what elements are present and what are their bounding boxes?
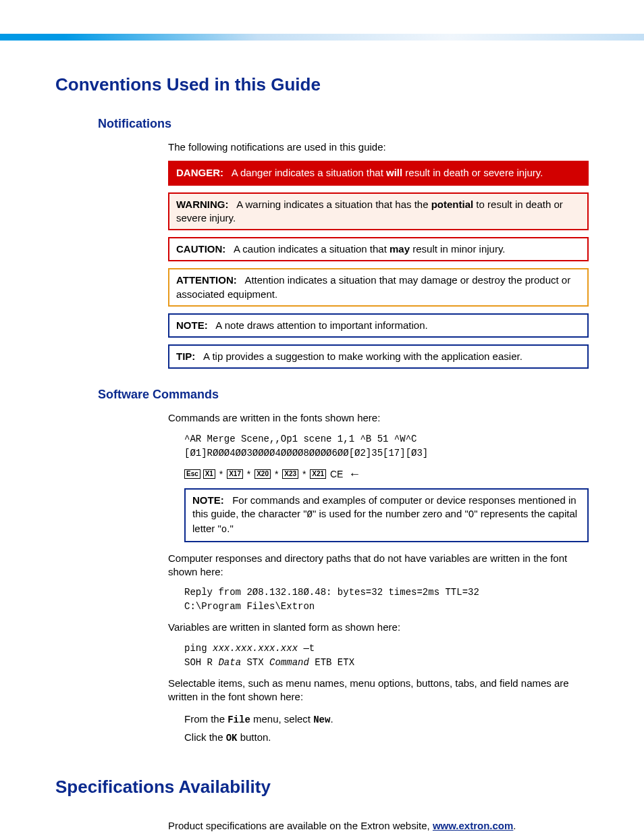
caution-text-post: result in minor injury.	[410, 243, 505, 255]
danger-text-post: result in death or severe injury.	[402, 167, 543, 178]
keycap-x20: X20	[254, 469, 271, 479]
lower-o-char: o	[221, 524, 227, 535]
warning-text-bold: potential	[431, 199, 474, 210]
selectable-intro: Selectable items, such as menu names, me…	[168, 677, 589, 704]
note-box: NOTE: A note draws attention to importan…	[168, 313, 589, 338]
selectable-block: From the File menu, select New. Click th…	[184, 710, 589, 747]
heading-software-commands: Software Commands	[98, 388, 589, 402]
variables-block: ping xxx.xxx.xxx.xxx —t SOH R Data STX C…	[184, 642, 589, 670]
caution-text-bold: may	[390, 243, 410, 255]
heading-notifications: Notifications	[98, 117, 589, 131]
variables-line-1: ping xxx.xxx.xxx.xxx —t	[184, 642, 589, 656]
command-example-block: ^AR Merge Scene,,Op1 scene 1,1 ^B 51 ^W^…	[184, 432, 589, 461]
var2-a: SOH R	[184, 657, 218, 668]
ce-text: CE	[329, 469, 343, 479]
s1a: From the	[184, 713, 227, 725]
s1c: menu, select	[250, 713, 313, 725]
var1-a: ping	[184, 643, 213, 654]
warning-text-pre: A warning indicates a situation that has…	[236, 199, 431, 210]
software-note-p2: " is used for the number zero and "	[313, 508, 468, 519]
s2c: button.	[238, 731, 271, 743]
var2-e: ETB ETX	[309, 657, 354, 668]
keycap-x23: X23	[282, 469, 298, 479]
selectable-line-1: From the File menu, select New.	[184, 710, 589, 729]
s2b: OK	[226, 733, 238, 744]
var2-b: Data	[218, 657, 241, 668]
s1b: File	[227, 714, 250, 725]
danger-box: DANGER: A danger indicates a situation t…	[168, 161, 589, 185]
star-sep: *	[301, 469, 307, 479]
warning-box: WARNING: A warning indicates a situation…	[168, 192, 589, 231]
keycap-x21: X21	[310, 469, 326, 479]
software-commands-block: Commands are written in the fonts shown …	[168, 411, 589, 746]
star-sep: *	[273, 469, 279, 479]
command-line-2: [Ø1]RØØØ4ØØ3ØØØØ4ØØØØ8ØØØØ6ØØ[Ø2]35[17][…	[184, 446, 589, 461]
s1d: New	[313, 714, 330, 725]
tip-label: TIP:	[176, 350, 195, 362]
danger-label: DANGER:	[176, 167, 223, 178]
response-line-2: C:\Program Files\Extron	[184, 600, 589, 614]
spec-text-a: Product specifications are available on …	[168, 820, 433, 831]
extron-link[interactable]: www.extron.com	[433, 820, 513, 831]
attention-box: ATTENTION: Attention indicates a situati…	[168, 268, 589, 307]
var1-b: xxx.xxx.xxx.xxx	[213, 643, 298, 654]
s1e: .	[330, 713, 333, 725]
star-sep: *	[246, 469, 252, 479]
attention-label: ATTENTION:	[176, 274, 237, 286]
response-line-1: Reply from 2Ø8.132.18Ø.48: bytes=32 time…	[184, 585, 589, 600]
variables-line-2: SOH R Data STX Command ETB ETX	[184, 656, 589, 670]
header-gradient-band	[0, 34, 644, 41]
keycap-esc: Esc	[184, 469, 200, 479]
heading-specifications: Specifications Availability	[55, 777, 589, 798]
software-note-label: NOTE:	[192, 494, 224, 506]
command-line-1: ^AR Merge Scene,,Op1 scene 1,1 ^B 51 ^W^…	[184, 432, 589, 446]
response-intro: Computer responses and directory paths t…	[168, 552, 589, 579]
keycap-x17: X17	[227, 469, 243, 479]
specifications-text: Product specifications are available on …	[168, 819, 589, 833]
software-note-p4: ."	[227, 523, 234, 534]
note-text: A note draws attention to important info…	[215, 319, 427, 331]
keycap-row: Esc X1 * X17 * X20 * X23 * X21 CE ←	[184, 467, 589, 481]
s2a: Click the	[184, 731, 226, 743]
var1-c: —t	[298, 643, 315, 654]
caution-text-pre: A caution indicates a situation that	[234, 243, 390, 255]
notifications-intro: The following notifications are used in …	[168, 140, 589, 154]
keycap-x1: X1	[203, 469, 215, 479]
notifications-block: The following notifications are used in …	[168, 140, 589, 369]
heading-conventions: Conventions Used in this Guide	[55, 74, 589, 95]
star-sep: *	[218, 469, 224, 479]
caution-box: CAUTION: A caution indicates a situation…	[168, 237, 589, 261]
var2-c: STX	[241, 657, 269, 668]
danger-text-pre: A danger indicates a situation that	[232, 167, 386, 178]
warning-label: WARNING:	[176, 199, 229, 210]
software-intro: Commands are written in the fonts shown …	[168, 411, 589, 425]
zero-slash-char: Ø	[307, 509, 313, 520]
tip-box: TIP: A tip provides a suggestion to make…	[168, 344, 589, 369]
response-block: Reply from 2Ø8.132.18Ø.48: bytes=32 time…	[184, 585, 589, 614]
software-note-box: NOTE: For commands and examples of compu…	[184, 488, 589, 542]
note-label: NOTE:	[176, 319, 208, 331]
caution-label: CAUTION:	[176, 243, 225, 255]
selectable-line-2: Click the OK button.	[184, 729, 589, 747]
capital-o-char: O	[468, 509, 474, 520]
tip-text: A tip provides a suggestion to make work…	[203, 350, 522, 362]
variables-intro: Variables are written in slanted form as…	[168, 621, 589, 634]
page-content: Conventions Used in this Guide Notificat…	[0, 41, 644, 834]
spec-text-b: .	[513, 820, 516, 831]
var2-d: Command	[269, 657, 309, 668]
specifications-block: Product specifications are available on …	[168, 819, 589, 833]
danger-text-bold: will	[386, 167, 402, 178]
enter-arrow-icon: ←	[346, 467, 360, 481]
